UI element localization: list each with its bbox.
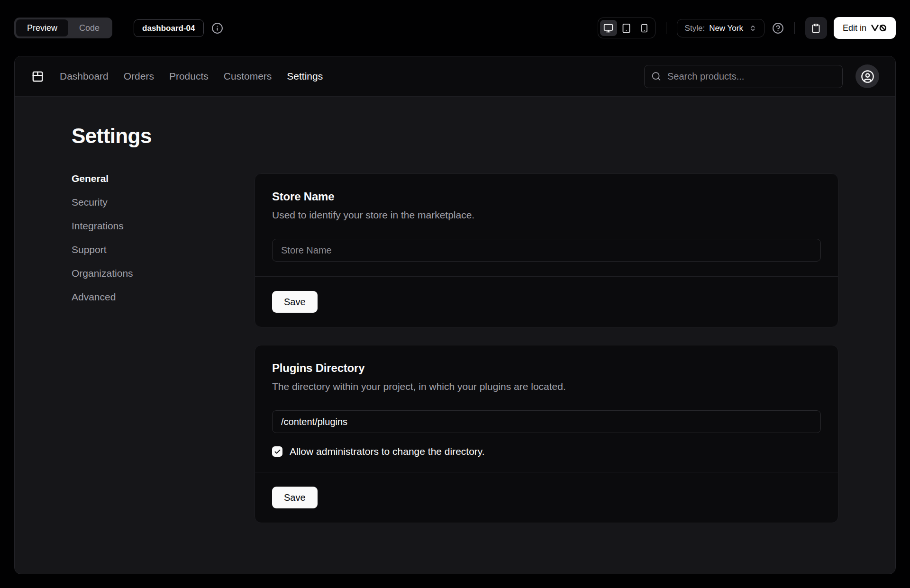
sidebar-item-integrations[interactable]: Integrations — [72, 221, 255, 231]
style-select[interactable]: Style: New York — [677, 19, 764, 37]
mobile-view-button[interactable] — [636, 20, 653, 36]
settings-page: Settings General Security Integrations S… — [15, 97, 895, 574]
settings-cards: Store Name Used to identify your store i… — [255, 173, 838, 523]
chevrons-up-down-icon — [749, 25, 756, 32]
edit-in-v0-label: Edit in — [843, 23, 866, 33]
allow-admins-checkbox-label: Allow administrators to change the direc… — [290, 446, 485, 457]
plugins-directory-card-description: The directory within your project, in wh… — [272, 381, 821, 392]
info-icon[interactable] — [211, 22, 223, 34]
plugins-directory-save-button[interactable]: Save — [272, 487, 318, 508]
divider — [666, 22, 666, 34]
sidebar-item-general[interactable]: General — [72, 173, 255, 183]
v0-logo-icon — [871, 24, 887, 32]
store-name-card-footer: Save — [255, 276, 838, 327]
device-toggle-group — [598, 18, 655, 38]
store-name-save-button[interactable]: Save — [272, 291, 318, 313]
store-name-card-body: Store Name Used to identify your store i… — [255, 174, 838, 276]
circle-user-icon — [861, 70, 874, 83]
allow-admins-checkbox-row[interactable]: Allow administrators to change the direc… — [272, 446, 821, 457]
plugins-directory-card-footer: Save — [255, 472, 838, 523]
toolbar-right: Style: New York Edit in — [598, 17, 896, 39]
divider — [123, 22, 123, 34]
style-select-value: New York — [709, 24, 743, 32]
tab-code[interactable]: Code — [68, 19, 110, 36]
copy-code-button[interactable] — [805, 17, 827, 39]
nav-link-dashboard[interactable]: Dashboard — [60, 71, 109, 82]
package-icon[interactable] — [31, 70, 45, 83]
tab-preview[interactable]: Preview — [16, 19, 68, 36]
preview-code-toggle: Preview Code — [14, 18, 112, 38]
block-viewer-app: Preview Code dashboard-04 — [0, 0, 910, 574]
plugins-directory-card: Plugins Directory The directory within y… — [255, 345, 838, 523]
smartphone-icon — [640, 24, 649, 33]
tablet-view-button[interactable] — [618, 20, 635, 36]
viewer-toolbar: Preview Code dashboard-04 — [0, 0, 910, 56]
sidebar-item-organizations[interactable]: Organizations — [72, 268, 255, 278]
nav-link-products[interactable]: Products — [169, 71, 209, 82]
header-right — [644, 64, 879, 88]
search-icon — [651, 72, 661, 81]
block-name-badge: dashboard-04 — [134, 19, 203, 37]
allow-admins-checkbox[interactable] — [272, 446, 282, 457]
page-title: Settings — [72, 124, 838, 148]
sidebar-item-support[interactable]: Support — [72, 244, 255, 254]
plugins-directory-input[interactable] — [272, 410, 821, 433]
monitor-icon — [603, 23, 613, 33]
store-name-card-title: Store Name — [272, 190, 821, 203]
nav-link-customers[interactable]: Customers — [224, 71, 272, 82]
search-input[interactable] — [644, 65, 843, 88]
settings-sidebar: General Security Integrations Support Or… — [72, 173, 255, 302]
sidebar-item-security[interactable]: Security — [72, 197, 255, 207]
store-name-card-description: Used to identify your store in the marke… — [272, 209, 821, 221]
main-nav: Dashboard Orders Products Customers Sett… — [60, 71, 323, 82]
block-preview-frame: Dashboard Orders Products Customers Sett… — [14, 56, 896, 574]
toolbar-left: Preview Code dashboard-04 — [14, 18, 223, 38]
store-name-input[interactable] — [272, 239, 821, 262]
store-header: Dashboard Orders Products Customers Sett… — [15, 56, 895, 97]
user-menu-button[interactable] — [855, 64, 879, 88]
plugins-directory-card-body: Plugins Directory The directory within y… — [255, 345, 838, 472]
nav-link-orders[interactable]: Orders — [124, 71, 154, 82]
tablet-icon — [621, 23, 631, 33]
plugins-directory-card-title: Plugins Directory — [272, 362, 821, 375]
sidebar-item-advanced[interactable]: Advanced — [72, 292, 255, 302]
nav-link-settings[interactable]: Settings — [287, 71, 323, 82]
divider — [794, 22, 795, 34]
help-icon[interactable] — [772, 22, 784, 34]
store-name-card: Store Name Used to identify your store i… — [255, 173, 838, 327]
settings-layout: General Security Integrations Support Or… — [72, 173, 838, 523]
style-select-label: Style: — [685, 24, 705, 32]
desktop-view-button[interactable] — [600, 20, 617, 36]
search-wrap — [644, 65, 843, 88]
clipboard-icon — [811, 23, 821, 33]
edit-in-v0-button[interactable]: Edit in — [834, 17, 896, 39]
check-icon — [274, 448, 281, 455]
